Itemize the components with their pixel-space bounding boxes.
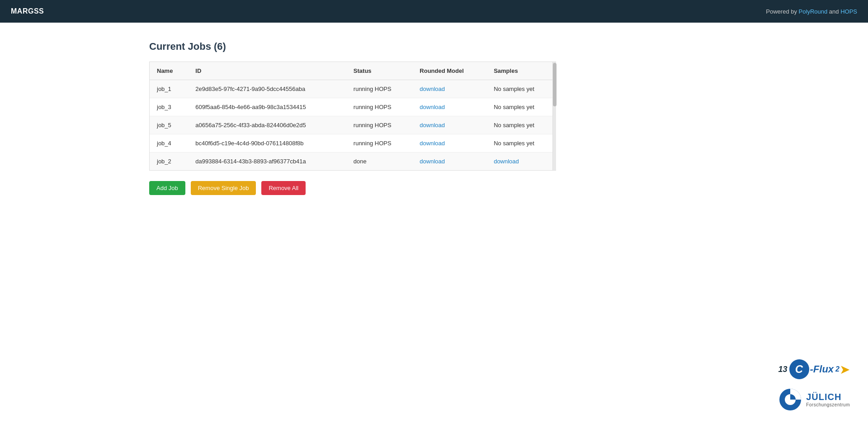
cell-status: running HOPS: [346, 116, 413, 134]
cell-status: running HOPS: [346, 80, 413, 98]
juelich-text: JÜLICH Forschungszentrum: [806, 392, 850, 407]
page-title: Current Jobs (6): [149, 41, 719, 52]
col-header-status: Status: [346, 62, 413, 80]
cell-rounded-model[interactable]: download: [412, 98, 486, 116]
cell-name: job_2: [150, 153, 188, 171]
cell-rounded-model[interactable]: download: [412, 116, 486, 134]
juelich-subtitle: Forschungszentrum: [806, 402, 850, 407]
rounded-model-link[interactable]: download: [420, 140, 445, 147]
cell-name: job_4: [150, 134, 188, 153]
scrollbar-thumb: [553, 63, 557, 106]
table-row: job_12e9d83e5-97fc-4271-9a90-5dcc44556ab…: [150, 80, 556, 98]
cflux-number: 13: [778, 365, 788, 374]
cell-id: 2e9d83e5-97fc-4271-9a90-5dcc44556aba: [188, 80, 346, 98]
col-header-rounded-model: Rounded Model: [412, 62, 486, 80]
jobs-table-container: Name ID Status Rounded Model Samples job…: [149, 62, 560, 172]
col-header-id: ID: [188, 62, 346, 80]
cell-samples: No samples yet: [486, 134, 556, 153]
navbar-brand: MARGSS: [11, 7, 44, 15]
hops-link[interactable]: HOPS: [840, 8, 857, 15]
cell-status: running HOPS: [346, 98, 413, 116]
cell-id: 609f5aa6-854b-4e66-aa9b-98c3a1534415: [188, 98, 346, 116]
cflux-logo: 13 C -Flux 2 ➤: [778, 359, 850, 379]
cell-rounded-model[interactable]: download: [412, 153, 486, 171]
table-row: job_5a0656a75-256c-4f33-abda-824406d0e2d…: [150, 116, 556, 134]
cflux-arrow: ➤: [840, 362, 850, 377]
table-row: job_4bc40f6d5-c19e-4c4d-90bd-076114808f8…: [150, 134, 556, 153]
scrollbar[interactable]: [552, 62, 556, 170]
cell-samples: No samples yet: [486, 116, 556, 134]
cflux-superscript: 2: [835, 365, 840, 373]
remove-single-job-button[interactable]: Remove Single Job: [191, 181, 256, 195]
cflux-c-letter: C: [795, 363, 803, 376]
cell-name: job_5: [150, 116, 188, 134]
cell-id: bc40f6d5-c19e-4c4d-90bd-076114808f8b: [188, 134, 346, 153]
rounded-model-link[interactable]: download: [420, 104, 445, 110]
cell-id: da993884-6314-43b3-8893-af96377cb41a: [188, 153, 346, 171]
cell-samples[interactable]: download: [486, 153, 556, 171]
main-content: Current Jobs (6) Name ID Status Rounded …: [0, 23, 868, 213]
cell-samples: No samples yet: [486, 98, 556, 116]
table-row: job_3609f5aa6-854b-4e66-aa9b-98c3a153441…: [150, 98, 556, 116]
cell-samples: No samples yet: [486, 80, 556, 98]
polyround-link[interactable]: PolyRound: [799, 8, 828, 15]
jobs-table-wrapper: Name ID Status Rounded Model Samples job…: [149, 62, 556, 171]
juelich-emblem: [779, 388, 802, 411]
col-header-samples: Samples: [486, 62, 556, 80]
rounded-model-link[interactable]: download: [420, 158, 445, 165]
samples-link[interactable]: download: [494, 158, 519, 165]
cell-status: done: [346, 153, 413, 171]
cell-id: a0656a75-256c-4f33-abda-824406d0e2d5: [188, 116, 346, 134]
rounded-model-link[interactable]: download: [420, 122, 445, 129]
rounded-model-link[interactable]: download: [420, 86, 445, 92]
action-buttons: Add Job Remove Single Job Remove All: [149, 181, 719, 195]
table-row: job_2da993884-6314-43b3-8893-af96377cb41…: [150, 153, 556, 171]
table-header-row: Name ID Status Rounded Model Samples: [150, 62, 556, 80]
juelich-name: JÜLICH: [806, 392, 850, 402]
add-job-button[interactable]: Add Job: [149, 181, 185, 195]
cell-status: running HOPS: [346, 134, 413, 153]
juelich-logo: JÜLICH Forschungszentrum: [779, 388, 850, 411]
cell-name: job_1: [150, 80, 188, 98]
col-header-name: Name: [150, 62, 188, 80]
cell-name: job_3: [150, 98, 188, 116]
navbar: MARGSS Powered by PolyRound and HOPS: [0, 0, 868, 23]
footer-logos: 13 C -Flux 2 ➤ JÜLICH Forschungszentrum: [778, 359, 850, 411]
cell-rounded-model[interactable]: download: [412, 80, 486, 98]
cell-rounded-model[interactable]: download: [412, 134, 486, 153]
navbar-powered-text: Powered by PolyRound and HOPS: [766, 8, 857, 15]
cflux-badge: C: [789, 359, 809, 379]
and-text: and: [829, 8, 839, 15]
jobs-table: Name ID Status Rounded Model Samples job…: [150, 62, 556, 170]
powered-by-label: Powered by: [766, 8, 797, 15]
remove-all-button[interactable]: Remove All: [261, 181, 306, 195]
cflux-text: -Flux: [810, 363, 834, 375]
